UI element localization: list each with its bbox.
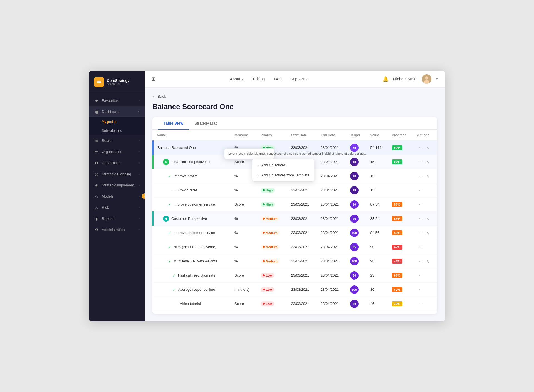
col-priority: Priority bbox=[257, 130, 287, 141]
row-actions-btn-ics2[interactable]: ··· bbox=[417, 230, 424, 236]
priority-badge-mlk: Medium bbox=[261, 259, 280, 264]
row-end-mlk: 28/04/2021 bbox=[317, 254, 346, 268]
chevron-right-icon: › bbox=[139, 99, 140, 102]
row-value-art: 80 bbox=[367, 282, 388, 297]
sidebar-item-boards[interactable]: ⊞ Boards › bbox=[89, 135, 145, 146]
progress-badge-art: 62% bbox=[392, 287, 402, 292]
progress-badge-cp: 65% bbox=[392, 216, 402, 221]
progress-badge-ics2: 55% bbox=[392, 230, 402, 235]
sidebar-label-dashboard: Dashboard bbox=[102, 110, 135, 114]
row-priority-vt: Low bbox=[257, 297, 287, 311]
dash-icon-gr: – bbox=[172, 188, 175, 193]
row-actions-btn-nps[interactable]: ··· bbox=[417, 244, 424, 250]
row-expand-btn-ip[interactable]: ∧ bbox=[425, 173, 430, 179]
row-actions-btn-ip[interactable]: ··· bbox=[417, 173, 424, 179]
sidebar-item-risk[interactable]: △ Risk › bbox=[89, 202, 145, 213]
header-link-support[interactable]: Support ∨ bbox=[290, 77, 308, 81]
sidebar-item-dashboard[interactable]: ▦ Dashboard ∨ bbox=[89, 106, 145, 117]
sidebar-item-organization[interactable]: Organization › bbox=[89, 146, 145, 157]
row-actions-btn-fcr[interactable]: ··· bbox=[417, 272, 424, 278]
row-priority-mlk: Medium bbox=[257, 254, 287, 268]
row-actions-btn[interactable]: ··· bbox=[417, 145, 424, 151]
row-progress-nps: 42% bbox=[388, 240, 413, 254]
progress-badge-ics: 55% bbox=[392, 202, 402, 207]
row-actions-btn-mlk[interactable]: ··· bbox=[417, 258, 424, 264]
row-progress-ics2: 55% bbox=[388, 226, 413, 240]
user-dropdown-icon[interactable]: ∨ bbox=[436, 77, 438, 81]
priority-dot-fcr bbox=[263, 274, 265, 276]
row-name-vt: Video tutorials bbox=[180, 302, 202, 306]
row-target-gr: 18 bbox=[346, 183, 367, 197]
avatar[interactable] bbox=[422, 74, 431, 84]
sidebar-item-reports[interactable]: ◉ Reports › bbox=[89, 213, 145, 224]
row-expand-btn-cp[interactable]: ∧ bbox=[425, 216, 430, 221]
grid-icon[interactable]: ⊞ bbox=[151, 76, 155, 82]
row-measure-fcr: Score bbox=[231, 268, 257, 282]
sidebar-label-administration: Administration bbox=[102, 228, 136, 232]
row-value-fcr: 23 bbox=[367, 268, 388, 282]
priority-dot-ics bbox=[263, 203, 265, 205]
progress-badge-vt: 39% bbox=[392, 301, 402, 306]
row-start-gr: 23/03/2021 bbox=[287, 183, 317, 197]
row-name-ics: Improve customer service bbox=[174, 202, 215, 206]
tab-table-view[interactable]: Table View bbox=[158, 117, 189, 130]
row-value-ics2: 84.56 bbox=[367, 226, 388, 240]
context-menu-add-from-template[interactable]: ○ Add Objectives from Template bbox=[252, 170, 314, 180]
header-link-about[interactable]: About ∨ bbox=[230, 77, 244, 81]
main-area: ⊞ About ∨ Pricing FAQ Support ∨ 🔔 Michae… bbox=[145, 71, 445, 321]
row-start-vt: 23/03/2021 bbox=[287, 297, 317, 311]
row-priority-ics: High bbox=[257, 197, 287, 211]
add-objectives-label: Add Objectives bbox=[261, 163, 285, 167]
sidebar-label-capabilities: Capabilities bbox=[102, 161, 136, 165]
row-start-cp: 23/03/2021 bbox=[287, 211, 317, 226]
row-value: 54.114 bbox=[367, 140, 388, 155]
sidebar-item-favourites[interactable]: ★ Favourites › bbox=[89, 95, 145, 106]
sidebar-item-strategic-planning[interactable]: ◎ Strategic Planning › bbox=[89, 169, 145, 180]
row-actions-btn-vt[interactable]: ··· bbox=[417, 301, 424, 307]
support-dropdown-icon: ∨ bbox=[305, 77, 308, 81]
star-icon: ★ bbox=[94, 98, 99, 103]
page-content: ← Back Balance Scorecard One Table View … bbox=[145, 88, 445, 321]
sidebar-item-my-profile[interactable]: My profile bbox=[89, 117, 145, 126]
info-icon[interactable]: ℹ bbox=[209, 160, 211, 164]
sidebar-item-capabilities[interactable]: ⚙ Capabilities › bbox=[89, 157, 145, 169]
header-link-faq[interactable]: FAQ bbox=[274, 77, 281, 81]
sidebar-item-administration[interactable]: ⚙ Administration › bbox=[89, 224, 145, 235]
row-progress-fcr: 66% bbox=[388, 268, 413, 282]
row-end-gr: 28/04/2021 bbox=[317, 183, 346, 197]
row-actions-btn-fp[interactable]: ··· bbox=[417, 159, 424, 165]
sidebar-item-strategic-implement[interactable]: ◈ Strategic Implement. › bbox=[89, 180, 145, 191]
row-value-ics: 87.54 bbox=[367, 197, 388, 211]
progress-badge: 90% bbox=[392, 145, 402, 150]
row-actions-btn-gr[interactable]: ··· bbox=[417, 187, 424, 193]
chevron-right-icon-7: › bbox=[139, 195, 140, 198]
sidebar-item-subscriptions[interactable]: Subscriptions bbox=[89, 126, 145, 135]
row-start-mlk: 23/03/2021 bbox=[287, 254, 317, 268]
priority-dot-cp bbox=[263, 218, 265, 220]
sidebar-item-models[interactable]: ◇ Models › bbox=[89, 191, 145, 202]
row-actions-btn-art[interactable]: ··· bbox=[417, 287, 424, 292]
target-badge-mlk: 100 bbox=[350, 257, 359, 265]
row-actions-btn-cp[interactable]: ··· bbox=[417, 216, 424, 222]
row-name-cell-ics: ✓ Improve customer service bbox=[153, 197, 231, 211]
tab-strategy-map[interactable]: Strategy Map bbox=[189, 117, 223, 130]
context-menu-add-objectives[interactable]: ○ Add Objectives bbox=[252, 160, 314, 170]
tabs-header: Table View Strategy Map bbox=[152, 117, 437, 130]
row-expand-btn-mlk[interactable]: ∧ bbox=[425, 258, 430, 264]
row-name-cell-fp: $ Financial Perspective ℹ ○ Add Objectiv… bbox=[153, 155, 231, 169]
back-link[interactable]: ← Back bbox=[152, 94, 437, 98]
notification-bell-icon[interactable]: 🔔 bbox=[382, 76, 389, 82]
row-start-fcr: 23/03/2021 bbox=[287, 268, 317, 282]
row-actions-btn-ics[interactable]: ··· bbox=[417, 201, 424, 207]
row-end-fcr: 28/04/2021 bbox=[317, 268, 346, 282]
row-expand-btn-fp[interactable]: ∧ bbox=[425, 159, 430, 165]
tooltip-popup: Lorem ipsum dolor sit amet, consectetur … bbox=[224, 148, 274, 159]
row-target-vt: 80 bbox=[346, 297, 367, 311]
svg-rect-2 bbox=[96, 151, 97, 151]
row-expand-btn[interactable]: ∧ bbox=[425, 145, 430, 151]
row-name-cell-art: ✓ Average response time bbox=[153, 282, 231, 297]
priority-dot-art bbox=[263, 289, 265, 290]
header-link-pricing[interactable]: Pricing bbox=[253, 77, 265, 81]
add-template-icon: ○ bbox=[257, 173, 259, 177]
row-expand-btn-ics2[interactable]: ∧ bbox=[425, 230, 430, 236]
